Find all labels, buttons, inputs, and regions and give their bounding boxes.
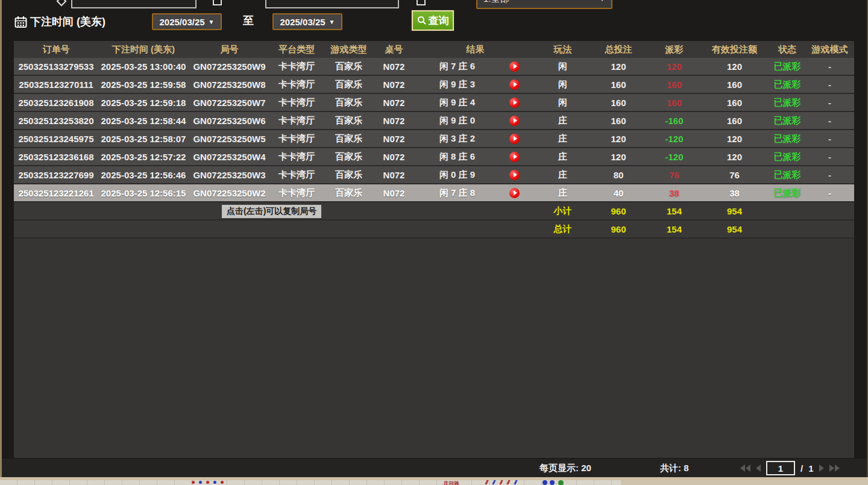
cell-round: GN072253250W3	[189, 166, 270, 183]
subtotal-valid: 954	[700, 202, 769, 219]
table-row[interactable]: 2503251332795332025-03-25 13:00:40GN0722…	[14, 58, 854, 76]
cell-result: 闲 7 庄 8	[414, 184, 537, 201]
table-row[interactable]: 2503251232212612025-03-25 12:56:15GN0722…	[14, 184, 854, 202]
cell-result: 闲 0 庄 9	[414, 166, 537, 183]
cell-play: 闲	[537, 58, 588, 75]
cell-game: 百家乐	[323, 112, 374, 129]
column-header[interactable]: 结果	[414, 41, 537, 58]
cell-time: 2025-03-25 12:58:44	[98, 112, 189, 129]
column-header[interactable]: 下注时间 (美东)	[98, 41, 189, 58]
date-from-value: 2025/03/25	[160, 17, 205, 27]
page-number-input[interactable]	[766, 461, 795, 475]
table-row[interactable]: 2503251232538202025-03-25 12:58:44GN0722…	[14, 112, 854, 130]
cell-status: 已派彩	[769, 130, 805, 147]
cell-result: 闲 9 庄 3	[414, 76, 537, 93]
copy-round-tooltip: 点击(左击)可以复制局号	[222, 205, 321, 218]
prev-page-icon[interactable]	[756, 465, 761, 472]
query-button-label: 查询	[429, 14, 449, 28]
play-icon[interactable]	[509, 188, 520, 198]
cell-result: 闲 3 庄 2	[414, 130, 537, 147]
cell-result: 闲 8 庄 6	[414, 148, 537, 165]
cell-valid: 120	[700, 148, 769, 165]
column-header[interactable]: 桌号	[374, 41, 414, 58]
cell-payout: 160	[649, 94, 700, 111]
play-icon[interactable]	[509, 152, 520, 162]
query-button[interactable]: 查询	[412, 10, 454, 31]
bet-history-panel: 1:全部 ▼ 下注时间 (美东) 2025/03/25 ▼ 至 2025/03/…	[0, 0, 868, 485]
chevron-down-icon: ▼	[329, 19, 335, 25]
subtotal-bet: 960	[588, 202, 649, 219]
play-icon[interactable]	[509, 80, 520, 90]
cell-bet: 40	[588, 184, 649, 201]
table-row[interactable]: 2503251232701112025-03-25 12:59:58GN0722…	[14, 76, 854, 94]
play-icon[interactable]	[509, 61, 520, 72]
column-header[interactable]: 有效投注额	[700, 41, 769, 58]
cell-valid: 160	[700, 112, 769, 129]
table-row[interactable]: 2503251232276992025-03-25 12:56:46GN0722…	[14, 166, 854, 184]
cell-table: N072	[374, 148, 414, 165]
table-row[interactable]: 2503251232619082025-03-25 12:59:18GN0722…	[14, 94, 854, 112]
cell-mode: -	[805, 94, 854, 111]
chevron-down-icon: ▼	[209, 19, 215, 25]
column-header[interactable]: 状态	[769, 41, 805, 58]
cell-result: 闲 9 庄 4	[414, 94, 537, 111]
cell-payout: -120	[649, 148, 700, 165]
cell-round: GN072253250W6	[189, 112, 270, 129]
total-valid: 954	[700, 221, 769, 237]
cell-result: 闲 9 庄 0	[414, 112, 537, 129]
table-body: 2503251332795332025-03-25 13:00:40GN0722…	[14, 58, 854, 202]
cell-status: 已派彩	[769, 112, 805, 129]
column-header[interactable]: 游戏类型	[323, 41, 374, 58]
column-header[interactable]: 平台类型	[270, 41, 323, 58]
cell-payout: 38	[649, 184, 700, 201]
cell-game: 百家乐	[323, 166, 374, 183]
column-header[interactable]: 派彩	[649, 41, 700, 58]
cell-play: 闲	[537, 94, 588, 111]
orders-table: 订单号下注时间 (美东)局号平台类型游戏类型桌号结果玩法总投注派彩有效投注额状态…	[14, 41, 854, 458]
cell-play: 庄	[537, 112, 588, 129]
cell-status: 已派彩	[769, 148, 805, 165]
cell-round: GN072253250W2	[189, 184, 270, 201]
play-icon[interactable]	[509, 134, 520, 144]
cell-platform: 卡卡湾厅	[270, 184, 323, 201]
next-page-icon[interactable]	[819, 465, 824, 472]
cell-order: 250325133279533	[14, 58, 98, 75]
table-row[interactable]: 2503251232459752025-03-25 12:58:07GN0722…	[14, 130, 854, 148]
cell-status: 已派彩	[769, 166, 805, 183]
pagination-bar: 每页显示: 20 共计: 8 / 1	[2, 458, 867, 477]
cell-time: 2025-03-25 12:58:07	[98, 130, 189, 147]
cell-table: N072	[374, 76, 414, 93]
play-icon[interactable]	[509, 98, 520, 108]
column-header[interactable]: 局号	[189, 41, 270, 58]
date-to-select[interactable]: 2025/03/25 ▼	[272, 13, 342, 30]
cell-platform: 卡卡湾厅	[270, 112, 323, 129]
cell-payout: 160	[649, 76, 700, 93]
table-row[interactable]: 2503251232361682025-03-25 12:57:22GN0722…	[14, 148, 854, 166]
cell-play: 庄	[537, 148, 588, 165]
background-roadmap-label: 庄问路	[444, 480, 460, 485]
cell-game: 百家乐	[323, 94, 374, 111]
cell-time: 2025-03-25 12:56:15	[98, 184, 189, 201]
play-icon[interactable]	[509, 116, 520, 126]
column-header[interactable]: 总投注	[588, 41, 649, 58]
background-page-sliver: 庄问路	[0, 480, 868, 485]
date-from-select[interactable]: 2025/03/25 ▼	[152, 13, 222, 30]
total-payout: 154	[649, 221, 700, 237]
pager-controls: / 1	[740, 458, 840, 478]
play-icon[interactable]	[509, 170, 520, 180]
cell-mode: -	[805, 148, 854, 165]
first-page-icon[interactable]	[740, 465, 750, 472]
cell-table: N072	[374, 58, 414, 75]
last-page-icon[interactable]	[829, 465, 840, 472]
column-header[interactable]: 订单号	[14, 41, 98, 58]
column-header[interactable]: 玩法	[537, 41, 588, 58]
cell-order: 250325123236168	[14, 148, 98, 165]
cell-bet: 160	[588, 76, 649, 93]
cell-bet: 160	[588, 112, 649, 129]
cell-play: 庄	[537, 130, 588, 147]
cell-status: 已派彩	[769, 184, 805, 201]
column-header[interactable]: 游戏模式	[805, 41, 854, 58]
cell-table: N072	[374, 112, 414, 129]
total-count-label: 共计: 8	[660, 463, 689, 474]
cell-platform: 卡卡湾厅	[270, 148, 323, 165]
